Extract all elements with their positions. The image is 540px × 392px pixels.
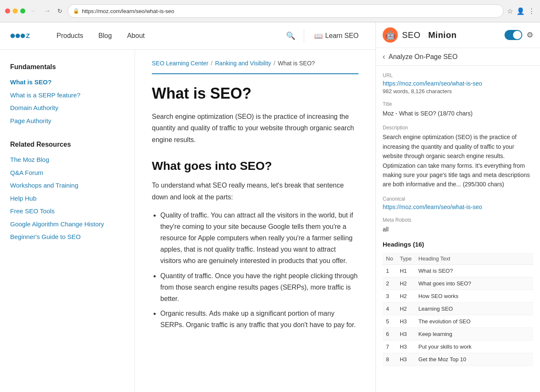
heading-no: 6 bbox=[383, 328, 397, 341]
heading-text: The evolution of SEO bbox=[415, 315, 533, 328]
url-link[interactable]: https://moz.com/learn/seo/what-is-seo bbox=[383, 80, 533, 87]
table-row: 7 H3 Put your skills to work bbox=[383, 341, 533, 353]
logo-svg: Z bbox=[10, 30, 35, 42]
site-header: Z Products Blog About 🔍 📖 Learn SEO bbox=[0, 22, 375, 50]
nav-blog[interactable]: Blog bbox=[91, 22, 119, 50]
svg-point-2 bbox=[21, 34, 25, 38]
heading-type: H3 bbox=[397, 341, 415, 353]
robot-icon: 🤖 bbox=[385, 30, 396, 40]
canonical-section: Canonical https://moz.com/learn/seo/what… bbox=[383, 196, 533, 210]
toggle-switch[interactable] bbox=[505, 30, 522, 40]
svg-text:Z: Z bbox=[26, 32, 30, 39]
canonical-link[interactable]: https://moz.com/learn/seo/what-is-seo bbox=[383, 204, 533, 210]
fundamentals-title: Fundamentals bbox=[10, 63, 124, 71]
sidebar-item-free-tools[interactable]: Free SEO Tools bbox=[10, 205, 124, 218]
headings-title: Headings (16) bbox=[383, 241, 533, 248]
sidebar-item-workshops[interactable]: Workshops and Training bbox=[10, 179, 124, 192]
traffic-lights bbox=[5, 8, 25, 13]
table-row: 4 H2 Learning SEO bbox=[383, 303, 533, 315]
moz-logo[interactable]: Z bbox=[10, 30, 35, 42]
article-list: Quality of traffic. You can attract all … bbox=[152, 209, 359, 331]
headings-section: Headings (16) No Type Heading Text 1 H1 … bbox=[383, 241, 533, 366]
nav-about[interactable]: About bbox=[119, 22, 152, 50]
headings-table: No Type Heading Text 1 H1 What is SEO? 2… bbox=[383, 253, 533, 366]
address-bar[interactable]: 🔒 https://moz.com/learn/seo/what-is-seo bbox=[68, 4, 504, 18]
sidebar-item-domain-authority[interactable]: Domain Authority bbox=[10, 102, 124, 115]
close-button[interactable] bbox=[5, 8, 10, 13]
star-icon[interactable]: ☆ bbox=[507, 7, 513, 15]
heading-type: H1 bbox=[397, 265, 415, 277]
article-h2: What goes into SEO? bbox=[152, 159, 359, 173]
seo-panel-nav: ‹ Analyze On-Page SEO bbox=[376, 48, 540, 66]
maximize-button[interactable] bbox=[20, 8, 25, 13]
meta-robots-section: Meta Robots all bbox=[383, 217, 533, 234]
minimize-button[interactable] bbox=[13, 8, 18, 13]
seo-minion-title: SEO Minion bbox=[402, 30, 456, 40]
search-icon[interactable]: 🔍 bbox=[281, 31, 300, 40]
panel-section-title: Analyze On-Page SEO bbox=[389, 53, 458, 61]
sidebar-item-beginners-guide[interactable]: Beginner's Guide to SEO bbox=[10, 231, 124, 244]
svg-point-1 bbox=[16, 34, 20, 38]
menu-icon[interactable]: ⋮ bbox=[528, 7, 535, 15]
sidebar-item-page-authority[interactable]: Page Authority bbox=[10, 115, 124, 128]
back-button[interactable]: ← bbox=[29, 6, 39, 16]
heading-no: 8 bbox=[383, 353, 397, 366]
table-row: 8 H3 Get the Moz Top 10 bbox=[383, 353, 533, 366]
heading-type: H3 bbox=[397, 328, 415, 341]
table-row: 6 H3 Keep learning bbox=[383, 328, 533, 341]
col-no: No bbox=[383, 253, 397, 265]
breadcrumb-sep-2: / bbox=[274, 60, 275, 67]
description-label: Description bbox=[383, 125, 533, 131]
article-h1: What is SEO? bbox=[152, 84, 359, 102]
heading-text: What goes into SEO? bbox=[415, 277, 533, 290]
toggle-knob bbox=[513, 31, 521, 39]
panel-back-button[interactable]: ‹ bbox=[383, 52, 385, 61]
breadcrumb-ranking[interactable]: Ranking and Visibility bbox=[215, 60, 271, 67]
sidebar-item-algorithm-history[interactable]: Google Algorithm Change History bbox=[10, 218, 124, 231]
sidebar-separator bbox=[10, 127, 124, 137]
book-icon: 📖 bbox=[314, 32, 323, 40]
canonical-label: Canonical bbox=[383, 196, 533, 202]
heading-no: 1 bbox=[383, 265, 397, 277]
sidebar-item-moz-blog[interactable]: The Moz Blog bbox=[10, 153, 124, 166]
site-nav: Products Blog About 🔍 📖 Learn SEO bbox=[49, 22, 365, 50]
sidebar-item-qa-forum[interactable]: Q&A Forum bbox=[10, 166, 124, 180]
list-item-quality: Quality of traffic. You can attract all … bbox=[160, 209, 359, 267]
url-label: URL bbox=[383, 72, 533, 78]
avatar-icon[interactable]: 👤 bbox=[516, 7, 525, 15]
breadcrumb-sep-1: / bbox=[211, 60, 213, 67]
page-wrapper: Z Products Blog About 🔍 📖 Learn SEO Fund… bbox=[0, 22, 540, 392]
table-row: 3 H2 How SEO works bbox=[383, 290, 533, 303]
heading-text: Keep learning bbox=[415, 328, 533, 341]
refresh-button[interactable]: ↻ bbox=[56, 7, 64, 15]
meta-robots-label: Meta Robots bbox=[383, 217, 533, 223]
forward-button[interactable]: → bbox=[42, 6, 52, 16]
gear-icon[interactable]: ⚙ bbox=[526, 30, 533, 40]
nav-products[interactable]: Products bbox=[49, 22, 91, 50]
description-value: Search engine optimization (SEO) is the … bbox=[383, 132, 533, 189]
word-count: 982 words, 8,126 characters bbox=[383, 88, 452, 94]
article-intro: Search engine optimization (SEO) is the … bbox=[152, 111, 359, 145]
breadcrumb-learning-center[interactable]: SEO Learning Center bbox=[152, 60, 208, 67]
heading-no: 2 bbox=[383, 277, 397, 290]
sidebar-item-help-hub[interactable]: Help Hub bbox=[10, 192, 124, 205]
heading-no: 4 bbox=[383, 303, 397, 315]
table-row: 5 H3 The evolution of SEO bbox=[383, 315, 533, 328]
heading-no: 7 bbox=[383, 341, 397, 353]
seo-minion-logo: 🤖 bbox=[383, 27, 398, 43]
learn-seo-label: Learn SEO bbox=[325, 32, 359, 40]
title-seo: SEO bbox=[402, 30, 421, 40]
seo-panel-content: URL https://moz.com/learn/seo/what-is-se… bbox=[376, 66, 540, 373]
main-content: SEO Learning Center / Ranking and Visibi… bbox=[135, 50, 375, 392]
sidebar: Fundamentals What is SEO? What is a SERP… bbox=[0, 50, 135, 392]
sidebar-item-serp[interactable]: What is a SERP feature? bbox=[10, 89, 124, 102]
description-section: Description Search engine optimization (… bbox=[383, 125, 533, 189]
sidebar-item-what-is-seo[interactable]: What is SEO? bbox=[10, 76, 124, 89]
heading-text: Put your skills to work bbox=[415, 341, 533, 353]
title-minion: Minion bbox=[428, 30, 456, 40]
browser-actions: ☆ 👤 ⋮ bbox=[507, 7, 535, 15]
learn-seo-button[interactable]: 📖 Learn SEO bbox=[308, 22, 365, 50]
heading-type: H2 bbox=[397, 290, 415, 303]
seo-minion-header: 🤖 SEO Minion ⚙ bbox=[376, 22, 540, 48]
heading-type: H2 bbox=[397, 303, 415, 315]
